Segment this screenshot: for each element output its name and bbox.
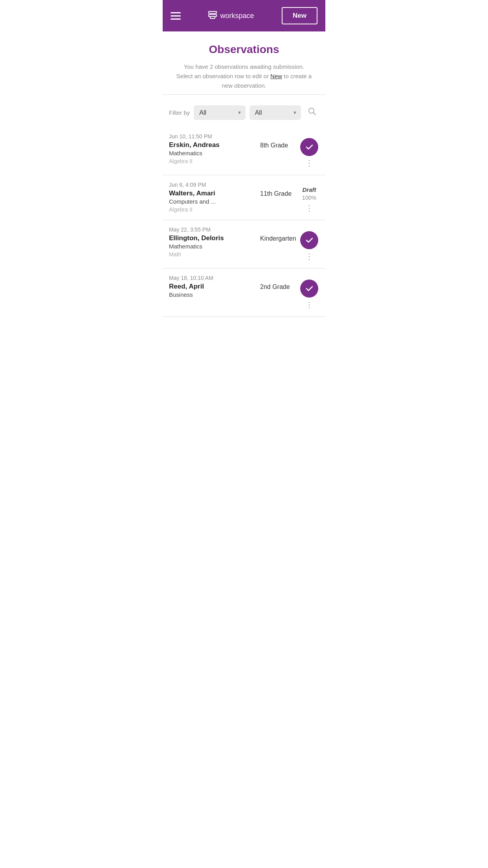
checkmark-icon-3 <box>305 235 314 245</box>
submitted-icon-1 <box>300 138 318 156</box>
submitted-icon-4 <box>300 280 318 298</box>
obs-date-2: Jun 6, 4:09 PM <box>169 182 260 188</box>
workspace-icon <box>208 11 217 21</box>
table-row[interactable]: May 22, 3:55 PM Ellington, Deloris Mathe… <box>163 220 325 268</box>
filter-select-2-wrapper: All ▾ <box>250 105 301 120</box>
draft-percent-2: 100% <box>302 195 316 201</box>
more-button-4[interactable]: ⋮ <box>304 299 315 310</box>
obs-course-1: Algebra II <box>169 158 260 164</box>
obs-subject-3: Mathematics <box>169 243 260 250</box>
filter-label: Filter by <box>169 109 190 116</box>
obs-subject-2: Computers and ... <box>169 198 260 205</box>
obs-grade-3: Kindergarten <box>260 226 299 242</box>
page-subtitle: You have 2 observations awaiting submiss… <box>171 62 317 90</box>
obs-grade-4: 2nd Grade <box>260 275 299 291</box>
svg-rect-0 <box>209 11 216 13</box>
more-button-1[interactable]: ⋮ <box>304 158 315 169</box>
obs-status-1: ⋮ <box>299 133 319 169</box>
more-button-3[interactable]: ⋮ <box>304 251 315 262</box>
filter-select-2[interactable]: All <box>250 105 301 120</box>
draft-label-2: Draft <box>302 186 316 193</box>
obs-name-1: Erskin, Andreas <box>169 141 260 149</box>
obs-name-3: Ellington, Deloris <box>169 234 260 242</box>
checkmark-icon-4 <box>305 284 314 293</box>
obs-date-4: May 18, 10:10 AM <box>169 275 260 281</box>
obs-subject-4: Business <box>169 291 260 298</box>
obs-name-2: Walters, Amari <box>169 189 260 197</box>
menu-button[interactable] <box>171 12 181 20</box>
obs-date-3: May 22, 3:55 PM <box>169 226 260 233</box>
svg-line-6 <box>314 113 316 115</box>
obs-item-left-3: May 22, 3:55 PM Ellington, Deloris Mathe… <box>169 226 260 257</box>
table-row[interactable]: May 18, 10:10 AM Reed, April Business 2n… <box>163 268 325 317</box>
app-name-label: workspace <box>220 12 254 20</box>
obs-course-2: Algebra II <box>169 206 260 213</box>
search-icon <box>307 107 317 116</box>
obs-subject-1: Mathematics <box>169 150 260 156</box>
obs-item-left-2: Jun 6, 4:09 PM Walters, Amari Computers … <box>169 182 260 213</box>
new-button[interactable]: New <box>282 7 317 24</box>
table-row[interactable]: Jun 10, 11:50 PM Erskin, Andreas Mathema… <box>163 127 325 175</box>
new-link[interactable]: New <box>270 73 282 79</box>
table-row[interactable]: Jun 6, 4:09 PM Walters, Amari Computers … <box>163 175 325 220</box>
search-button[interactable] <box>305 104 319 121</box>
filter-select-1[interactable]: All <box>194 105 245 120</box>
obs-item-left-4: May 18, 10:10 AM Reed, April Business <box>169 275 260 300</box>
obs-item-left-1: Jun 10, 11:50 PM Erskin, Andreas Mathema… <box>169 133 260 164</box>
obs-grade-2: 11th Grade <box>260 182 299 197</box>
filter-row: Filter by All ▾ All ▾ <box>163 95 325 127</box>
observation-list: Jun 10, 11:50 PM Erskin, Andreas Mathema… <box>163 127 325 317</box>
obs-status-4: ⋮ <box>299 275 319 310</box>
obs-course-3: Math <box>169 251 260 257</box>
obs-status-3: ⋮ <box>299 226 319 262</box>
page-title: Observations <box>171 43 317 56</box>
obs-status-2: Draft 100% ⋮ <box>299 182 319 213</box>
more-button-2[interactable]: ⋮ <box>304 202 315 213</box>
checkmark-icon-1 <box>305 142 314 152</box>
submitted-icon-3 <box>300 231 318 249</box>
obs-grade-1: 8th Grade <box>260 133 299 149</box>
app-title-area: workspace <box>208 11 254 21</box>
app-header: workspace New <box>163 0 325 31</box>
obs-date-1: Jun 10, 11:50 PM <box>169 133 260 140</box>
svg-rect-1 <box>209 15 216 17</box>
obs-name-4: Reed, April <box>169 283 260 291</box>
page-title-section: Observations You have 2 observations awa… <box>163 31 325 95</box>
filter-select-1-wrapper: All ▾ <box>194 105 245 120</box>
